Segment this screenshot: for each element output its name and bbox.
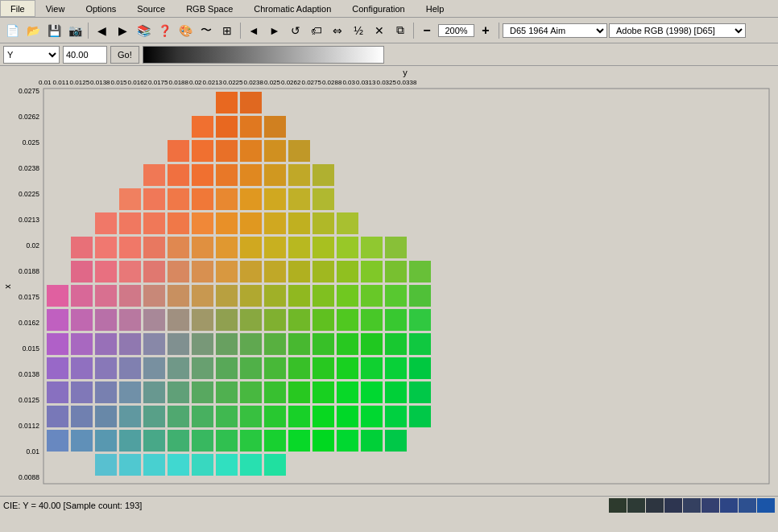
y-axis-title: x [2,284,12,289]
refresh-button[interactable]: ↺ [286,21,305,40]
x-axis-title: y [0,66,778,77]
chart-area: y 0.01 0.011 0.0125 0.0138 0.015 0.0162 … [0,66,778,513]
swatch-9 [757,498,775,513]
help-button[interactable]: ❓ [155,21,174,40]
gradient-bar [143,46,384,64]
forward-button[interactable]: ▶ [113,21,132,40]
swatch-4 [664,498,682,513]
swatch-6 [701,498,719,513]
menu-source[interactable]: Source [126,0,176,17]
menu-file[interactable]: File [0,0,35,17]
status-text: CIE: Y = 40.00 [Sample count: 193] [3,501,142,510]
save-button[interactable]: 💾 [44,21,64,40]
left-arrow[interactable]: ◄ [244,21,263,40]
sep3 [413,23,414,39]
zoom-level: 200% [438,24,474,37]
swatch-1 [609,498,627,513]
plus-button[interactable]: + [476,21,495,40]
half-button[interactable]: ½ [349,21,368,40]
swatch-5 [683,498,701,513]
swatch-7 [720,498,738,513]
profile-dropdown[interactable]: Adobe RGB (1998) [D65] [609,23,746,38]
illuminant-dropdown[interactable]: D65 1964 Aim [503,23,607,38]
tag-button[interactable]: 🏷 [307,21,326,40]
toolbar: 📄 📂 💾 📷 ◀ ▶ 📚 ❓ 🎨 〜 ⊞ ◄ ► ↺ 🏷 ⇔ ½ ✕ ⧉ − … [0,18,778,43]
axis-select[interactable]: Y [3,46,60,64]
menu-help[interactable]: Help [416,0,455,17]
menu-configuration[interactable]: Configuration [341,0,415,17]
swatch-2 [627,498,645,513]
copy-button[interactable]: ⧉ [391,21,410,40]
swatch-3 [646,498,664,513]
menu-rgb-space[interactable]: RGB Space [176,0,243,17]
minus-button[interactable]: − [417,21,437,40]
x-axis-labels: 0.01 0.011 0.0125 0.0138 0.015 0.0162 0.… [39,77,775,87]
menu-chromatic[interactable]: Chromatic Adaption [243,0,341,17]
sep4 [499,23,499,39]
sep1 [88,23,89,39]
book-button[interactable]: 📚 [134,21,153,40]
status-bar: CIE: Y = 40.00 [Sample count: 193] [0,496,778,513]
swatch-8 [739,498,756,513]
menu-view[interactable]: View [35,0,76,17]
open-button[interactable]: 📂 [23,21,43,40]
new-button[interactable]: 📄 [2,21,22,40]
chart-with-yaxis: x 0.0275 0.0262 0.025 0.0238 0.0225 0.02… [3,87,775,485]
grid-button[interactable]: ⊞ [217,21,237,40]
curve-button[interactable]: 〜 [197,21,216,40]
sep2 [240,23,241,39]
y-axis: x 0.0275 0.0262 0.025 0.0238 0.0225 0.02… [3,87,42,485]
screenshot-button[interactable]: 📷 [65,21,85,40]
color-button[interactable]: 🎨 [176,21,195,40]
swap-button[interactable]: ⇔ [328,21,347,40]
menu-options[interactable]: Options [75,0,126,17]
controls-row: Y Go! [0,43,778,66]
menu-bar: File View Options Source RGB Space Chrom… [0,0,778,18]
value-input[interactable] [63,46,107,64]
back-button[interactable]: ◀ [92,21,111,40]
color-chart [42,87,771,485]
x-button[interactable]: ✕ [370,21,389,40]
right-arrow[interactable]: ► [265,21,284,40]
status-swatches [609,498,775,513]
go-button[interactable]: Go! [110,46,139,64]
